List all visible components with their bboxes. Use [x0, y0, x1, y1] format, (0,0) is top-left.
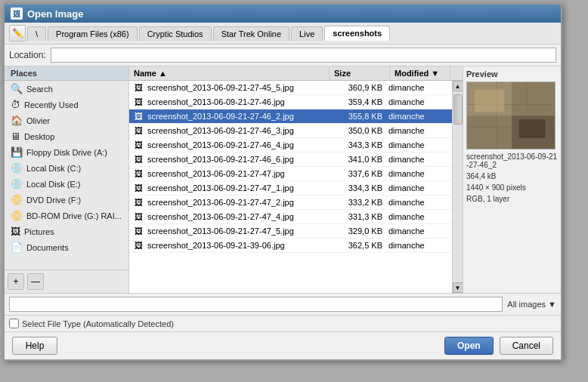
preview-size: 364,4 kB: [466, 172, 558, 180]
filter-bar: All images ▼: [5, 293, 561, 316]
file-date: dimanche: [388, 241, 449, 250]
file-row[interactable]: 🖼 screenshot_2013-06-09-21-27-47_2.jpg 3…: [129, 196, 452, 210]
file-row[interactable]: 🖼 screenshot_2013-06-09-21-27-45_5.jpg 3…: [129, 81, 452, 95]
file-row[interactable]: 🖼 screenshot_2013-06-09-21-27-46_2.jpg 3…: [129, 109, 452, 124]
filename-filter-input[interactable]: [9, 297, 503, 312]
file-icon: 🖼: [132, 125, 144, 136]
file-row[interactable]: 🖼 screenshot_2013-06-09-21-27-47_5.jpg 3…: [129, 224, 452, 239]
file-row[interactable]: 🖼 screenshot_2013-06-09-21-27-46.jpg 359…: [129, 95, 452, 109]
file-name: screenshot_2013-06-09-21-27-47_2.jpg: [147, 198, 328, 207]
file-icon: 🖼: [132, 183, 144, 193]
file-date: dimanche: [388, 183, 449, 193]
file-icon: 🖼: [132, 154, 144, 165]
edit-icon[interactable]: ✏️: [9, 25, 26, 42]
places-item-search[interactable]: 🔍 Search: [5, 81, 128, 97]
file-icon: 🖼: [132, 211, 144, 222]
file-name: screenshot_2013-06-09-21-27-47_5.jpg: [147, 226, 328, 236]
file-icon: 🖼: [132, 240, 144, 251]
places-item-label: Local Disk (C:): [26, 164, 81, 173]
places-item-local-disk-c[interactable]: 💿 Local Disk (C:): [5, 160, 128, 176]
remove-place-button[interactable]: —: [27, 273, 44, 290]
file-date: dimanche: [388, 112, 449, 121]
documents-icon: 📄: [11, 242, 23, 253]
file-row[interactable]: 🖼 screenshot_2013-06-09-21-27-46_6.jpg 3…: [129, 152, 452, 167]
file-row[interactable]: 🖼 screenshot_2013-06-09-21-39-06.jpg 362…: [129, 239, 452, 253]
file-name: screenshot_2013-06-09-21-27-47_4.jpg: [147, 212, 328, 221]
places-item-label: Local Disk (E:): [26, 180, 81, 189]
places-item-desktop[interactable]: 🖥 Desktop: [5, 128, 128, 144]
places-item-pictures[interactable]: 🖼 Pictures: [5, 223, 128, 239]
nav-back-btn[interactable]: \: [27, 26, 46, 41]
scroll-down-arrow[interactable]: ▼: [453, 282, 463, 293]
preview-thumbnail: [467, 82, 555, 149]
places-item-recently-used[interactable]: ⏱ Recently Used: [5, 97, 128, 112]
places-item-floppy[interactable]: 💾 Floppy Disk Drive (A:): [5, 144, 128, 160]
file-size: 334,3 KB: [328, 183, 388, 193]
filetype-dropdown[interactable]: All images ▼: [507, 300, 556, 309]
tab-star-trek-online[interactable]: Star Trek Online: [213, 26, 289, 41]
disk-icon: 💿: [11, 162, 23, 174]
scroll-track[interactable]: [453, 91, 463, 282]
file-size: 337,6 KB: [328, 169, 388, 178]
file-date: dimanche: [388, 155, 449, 164]
help-button[interactable]: Help: [12, 337, 57, 355]
col-header-modified[interactable]: Modified ▼: [390, 66, 450, 80]
tab-program-files[interactable]: Program Files (x86): [48, 26, 138, 41]
location-bar: Location:: [5, 45, 561, 66]
preview-label: Preview: [466, 69, 558, 79]
file-date: dimanche: [388, 169, 449, 178]
file-date: dimanche: [388, 97, 449, 106]
file-row[interactable]: 🖼 screenshot_2013-06-09-21-27-47_1.jpg 3…: [129, 181, 452, 196]
svg-rect-7: [475, 90, 504, 112]
location-input[interactable]: [51, 48, 556, 63]
file-icon: 🖼: [132, 97, 144, 107]
filetype-bar: Select File Type (Automatically Detected…: [5, 316, 561, 332]
file-row[interactable]: 🖼 screenshot_2013-06-09-21-27-46_4.jpg 3…: [129, 138, 452, 152]
file-size: 360,9 KB: [328, 83, 388, 92]
col-header-size[interactable]: Size: [330, 66, 390, 80]
scroll-thumb[interactable]: [453, 94, 463, 125]
select-filetype-label[interactable]: Select File Type (Automatically Detected…: [9, 319, 174, 328]
files-list: 🖼 screenshot_2013-06-09-21-27-45_5.jpg 3…: [129, 81, 452, 293]
places-item-olivier[interactable]: 🏠 Olivier: [5, 112, 128, 128]
places-item-label: DVD Drive (F:): [26, 196, 81, 205]
col-header-name[interactable]: Name ▲: [129, 66, 330, 80]
files-panel: Name ▲ Size Modified ▼ 🖼 screenshot_2013…: [129, 66, 463, 293]
file-name: screenshot_2013-06-09-21-27-45_5.jpg: [147, 83, 328, 92]
file-date: dimanche: [388, 83, 449, 92]
file-date: dimanche: [388, 226, 449, 236]
home-icon: 🏠: [11, 115, 23, 126]
file-date: dimanche: [388, 126, 449, 135]
places-item-label: Recently Used: [24, 100, 79, 109]
places-list: 🔍 Search ⏱ Recently Used 🏠 Olivier 🖥 Des…: [5, 81, 128, 270]
file-row[interactable]: 🖼 screenshot_2013-06-09-21-27-47_4.jpg 3…: [129, 210, 452, 224]
select-filetype-checkbox[interactable]: [9, 319, 19, 328]
file-date: dimanche: [388, 212, 449, 221]
cancel-button[interactable]: Cancel: [500, 337, 553, 355]
places-panel: Places 🔍 Search ⏱ Recently Used 🏠 Olivie…: [5, 66, 129, 293]
file-name: screenshot_2013-06-09-21-27-46_2.jpg: [147, 112, 328, 121]
open-button[interactable]: Open: [444, 337, 494, 355]
places-item-label: Olivier: [26, 116, 50, 125]
file-row[interactable]: 🖼 screenshot_2013-06-09-21-27-46_3.jpg 3…: [129, 124, 452, 138]
file-size: 329,0 KB: [328, 226, 388, 236]
file-row[interactable]: 🖼 screenshot_2013-06-09-21-27-47.jpg 337…: [129, 167, 452, 181]
files-scrollbar[interactable]: ▲ ▼: [452, 81, 463, 293]
file-size: 362,5 KB: [328, 241, 388, 250]
add-place-button[interactable]: +: [8, 273, 24, 290]
places-item-dvd[interactable]: 📀 DVD Drive (F:): [5, 192, 128, 208]
clock-icon: ⏱: [11, 99, 20, 110]
tab-screenshots[interactable]: screenshots: [324, 26, 390, 41]
tab-live[interactable]: Live: [291, 26, 323, 41]
places-item-documents[interactable]: 📄 Documents: [5, 239, 128, 255]
scroll-up-arrow[interactable]: ▲: [453, 81, 463, 91]
dialog-icon: 🖼: [11, 8, 23, 20]
places-item-local-disk-e[interactable]: 💿 Local Disk (E:): [5, 176, 128, 192]
preview-dimensions: 1440 × 900 pixels: [466, 183, 558, 192]
places-item-bdrom[interactable]: 📀 BD-ROM Drive (G:) RAI...: [5, 208, 128, 223]
floppy-icon: 💾: [11, 146, 23, 158]
places-item-label: BD-ROM Drive (G:) RAI...: [26, 211, 122, 220]
main-area: Places 🔍 Search ⏱ Recently Used 🏠 Olivie…: [5, 66, 561, 293]
svg-rect-8: [519, 119, 545, 138]
tab-cryptic-studios[interactable]: Cryptic Studios: [139, 26, 212, 41]
